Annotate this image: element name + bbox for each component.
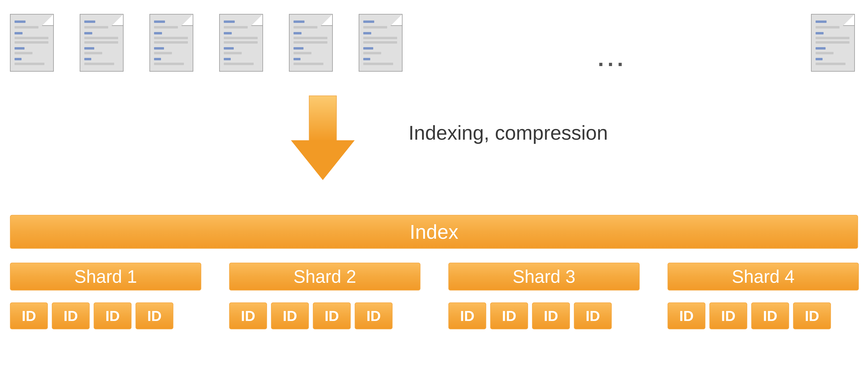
id-bar: ID [751, 303, 789, 329]
shard-bar: Shard 4 [668, 262, 859, 290]
id-bar: ID [94, 303, 131, 329]
id-label: ID [679, 308, 694, 324]
id-label: ID [502, 308, 516, 324]
document-icon [150, 14, 193, 72]
arrow-down-icon [291, 96, 355, 181]
shard-bar: Shard 3 [448, 262, 640, 290]
index-label: Index [410, 220, 459, 243]
id-label: ID [721, 308, 736, 324]
id-bar: ID [229, 303, 267, 329]
id-bar: ID [355, 303, 393, 329]
id-bar: ID [271, 303, 309, 329]
id-bar: ID [10, 303, 48, 329]
id-label: ID [241, 308, 255, 324]
shard-label: Shard 4 [732, 267, 795, 287]
document-icon [359, 14, 403, 72]
shard-label: Shard 2 [293, 267, 356, 287]
ellipsis-text: ... [598, 46, 627, 71]
id-label: ID [64, 308, 78, 324]
document-icon [80, 14, 124, 72]
id-bar: ID [668, 303, 705, 329]
document-icon [289, 14, 333, 72]
document-icon [10, 14, 54, 72]
id-bar: ID [574, 303, 612, 329]
id-bar: ID [448, 303, 486, 329]
id-bar: ID [532, 303, 570, 329]
id-bar: ID [793, 303, 831, 329]
shard-bar: Shard 2 [229, 262, 421, 290]
id-bar: ID [490, 303, 528, 329]
id-label: ID [147, 308, 162, 324]
id-bar: ID [52, 303, 90, 329]
id-label: ID [105, 308, 120, 324]
shard-label: Shard 1 [74, 267, 137, 287]
index-bar: Index [10, 215, 858, 249]
document-icon [811, 14, 855, 72]
id-label: ID [763, 308, 777, 324]
document-icon [219, 14, 263, 72]
id-label: ID [805, 308, 819, 324]
id-label: ID [586, 308, 600, 324]
id-label: ID [544, 308, 558, 324]
id-label: ID [283, 308, 297, 324]
id-label: ID [367, 308, 381, 324]
id-label: ID [324, 308, 339, 324]
arrow-caption: Indexing, compression [408, 121, 608, 144]
id-bar: ID [313, 303, 351, 329]
shard-label: Shard 3 [513, 267, 575, 287]
id-bar: ID [135, 303, 173, 329]
id-label: ID [22, 308, 36, 324]
id-bar: ID [709, 303, 747, 329]
shard-bar: Shard 1 [10, 262, 201, 290]
id-label: ID [460, 308, 474, 324]
